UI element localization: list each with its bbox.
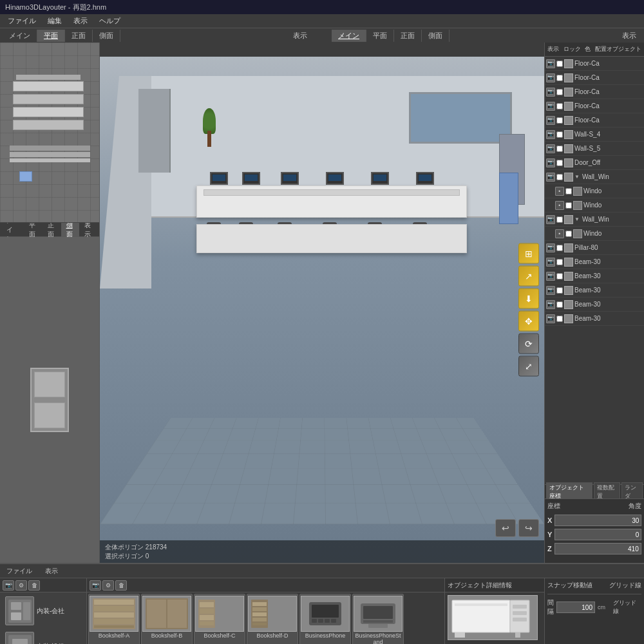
obj-row[interactable]: 📷 ▼ Wall_Win	[545, 170, 644, 184]
lock-check[interactable]	[556, 160, 563, 166]
coord-x-input[interactable]	[554, 515, 641, 526]
svg-rect-49	[325, 619, 330, 623]
obj-row[interactable]: 📷 Floor-Ca	[545, 57, 644, 71]
left-top-view[interactable]	[0, 43, 99, 223]
obj-row[interactable]: 📷 Beam-30	[545, 255, 644, 269]
tab-main-left[interactable]: メイン	[3, 30, 37, 42]
obj-thumb-bookshelf-a	[90, 596, 138, 632]
plan-view[interactable]	[0, 43, 99, 222]
obj-row[interactable]: 📷 Door_Off	[545, 156, 644, 170]
vp-btn-expand[interactable]: ⤢	[518, 356, 539, 377]
bottom-view-menu[interactable]: 表示	[41, 566, 62, 576]
cat-item-office-interior[interactable]: 内装-会社	[1, 594, 85, 628]
object-list[interactable]: 📷 Floor-Ca 📷 Floor-Ca 📷 Floor-Ca	[545, 57, 644, 484]
undo-button[interactable]: ↩	[495, 519, 516, 537]
expand-icon[interactable]: ▼	[574, 216, 581, 222]
obj-cell-name: Bookshelf-D	[256, 632, 288, 639]
tab-front-right[interactable]: 正面	[394, 30, 422, 42]
expand-icon[interactable]: ▼	[574, 174, 581, 180]
coord-y-label: Y	[547, 531, 552, 538]
obj-row[interactable]: 📷 Beam-30	[545, 312, 644, 326]
obj-row[interactable]: 📷 Floor-Ca	[545, 99, 644, 113]
lock-check[interactable]	[556, 131, 563, 138]
obj-row[interactable]: ▪ Windo	[545, 184, 644, 198]
menu-edit[interactable]: 編集	[43, 15, 67, 27]
coord-y-input[interactable]	[554, 529, 641, 540]
vp-btn-move[interactable]: ↗	[518, 266, 539, 287]
snap-label-1: スナップ移動値	[547, 581, 607, 590]
lock-check[interactable]	[556, 259, 563, 265]
lock-check[interactable]	[556, 216, 563, 223]
obj-cell-phone[interactable]: BusinessPhone	[299, 594, 351, 644]
lock-check[interactable]	[556, 103, 563, 109]
obj-cell-bookshelf-b[interactable]: Bookshelf-B	[141, 594, 193, 644]
lock-check[interactable]	[556, 245, 563, 251]
cat-btn-delete[interactable]: 🗑	[28, 580, 40, 591]
redo-button[interactable]: ↪	[518, 519, 539, 537]
menu-view[interactable]: 表示	[68, 15, 93, 27]
obj-row[interactable]: 📷 ▼ Wall_Win	[545, 213, 644, 227]
lock-check[interactable]	[556, 146, 563, 152]
svg-rect-5	[12, 639, 28, 645]
obj-row[interactable]: 📷 Wall-S_4	[545, 128, 644, 142]
lock-check[interactable]	[556, 287, 563, 294]
tab-side-right[interactable]: 側面	[422, 30, 450, 42]
svg-rect-3	[23, 602, 30, 620]
menu-file[interactable]: ファイル	[3, 15, 41, 27]
vp-btn-down[interactable]: ⬇	[518, 289, 539, 309]
title-text: Hinamo3DLayouter - 再題2.hnm	[5, 3, 106, 12]
menu-help[interactable]: ヘルプ	[94, 15, 126, 27]
vp-btn-undo[interactable]: ⟳	[518, 334, 539, 354]
obj-row[interactable]: 📷 Wall-S_5	[545, 142, 644, 156]
lock-check[interactable]	[565, 231, 572, 237]
tab-display-right[interactable]: 表示	[617, 30, 641, 42]
obj-cell-phone-stand[interactable]: BusinessPhoneStand	[352, 594, 404, 644]
lock-check[interactable]	[556, 174, 563, 180]
viewport-3d[interactable]: ⊞ ↗ ⬇ ✥ ⟳ ⤢ ↩ ↪ 全体ポリゴン 218734 選択ポリゴン 0	[100, 57, 544, 563]
tab-front-left[interactable]: 正面	[65, 30, 93, 42]
tab-main-right[interactable]: メイン	[332, 30, 366, 42]
obj-row[interactable]: 📷 Beam-30	[545, 269, 644, 283]
obj-cell-bookshelf-c[interactable]: Bookshelf-C	[194, 594, 245, 644]
obj-grid-scroll[interactable]: Bookshelf-A Bookshelf-B	[87, 592, 444, 644]
lock-check[interactable]	[556, 89, 563, 95]
bottom-file-menu[interactable]: ファイル	[3, 566, 36, 576]
obj-row[interactable]: 📷 Floor-Ca	[545, 71, 644, 85]
obj-cell-bookshelf-d[interactable]: Bookshelf-D	[247, 594, 298, 644]
cat-name-equipment: 内装-設備	[37, 642, 64, 645]
lock-check[interactable]	[565, 202, 572, 209]
cat-btn-camera[interactable]: 📷	[3, 580, 14, 591]
vp-btn-rotate[interactable]: ✥	[518, 311, 539, 332]
obj-row[interactable]: ▪ Windo	[545, 198, 644, 213]
obj-row[interactable]: ▪ Windo	[545, 227, 644, 241]
lock-check[interactable]	[556, 301, 563, 308]
tab-side-left[interactable]: 側面	[93, 30, 120, 42]
left-panel: メイン 平面 正面 側面 表示	[0, 43, 100, 563]
lock-check[interactable]	[556, 117, 563, 124]
tab-plan-left[interactable]: 平面	[37, 30, 65, 42]
obj-cell-bookshelf-a[interactable]: Bookshelf-A	[88, 594, 140, 644]
snap-interval-input[interactable]	[556, 601, 595, 613]
svg-rect-50	[331, 619, 336, 623]
lock-check[interactable]	[556, 61, 563, 67]
lock-check[interactable]	[556, 316, 563, 322]
coord-z-input[interactable]	[554, 543, 641, 554]
obj-row[interactable]: 📷 Floor-Ca	[545, 113, 644, 128]
viewport-toolbar: ⊞ ↗ ⬇ ✥ ⟳ ⤢	[518, 243, 539, 377]
obj-row[interactable]: 📷 Beam-30	[545, 283, 644, 298]
obj-btn-camera[interactable]: 📷	[90, 580, 101, 591]
cat-btn-settings[interactable]: ⚙	[15, 580, 27, 591]
obj-btn-delete[interactable]: 🗑	[115, 580, 127, 591]
obj-row[interactable]: 📷 Floor-Ca	[545, 85, 644, 99]
cat-item-equipment[interactable]: 内装-設備	[1, 629, 85, 644]
vp-btn-select[interactable]: ⊞	[518, 243, 539, 264]
lock-check[interactable]	[565, 188, 572, 194]
obj-row[interactable]: 📷 Beam-30	[545, 298, 644, 312]
lock-check[interactable]	[556, 273, 563, 279]
tab-display-left[interactable]: 表示	[288, 30, 312, 42]
left-bottom-view[interactable]	[0, 237, 99, 563]
tab-plan-right[interactable]: 平面	[366, 30, 394, 42]
obj-btn-settings[interactable]: ⚙	[102, 580, 114, 591]
lock-check[interactable]	[556, 75, 563, 81]
obj-row[interactable]: 📷 Pillar-80	[545, 241, 644, 255]
